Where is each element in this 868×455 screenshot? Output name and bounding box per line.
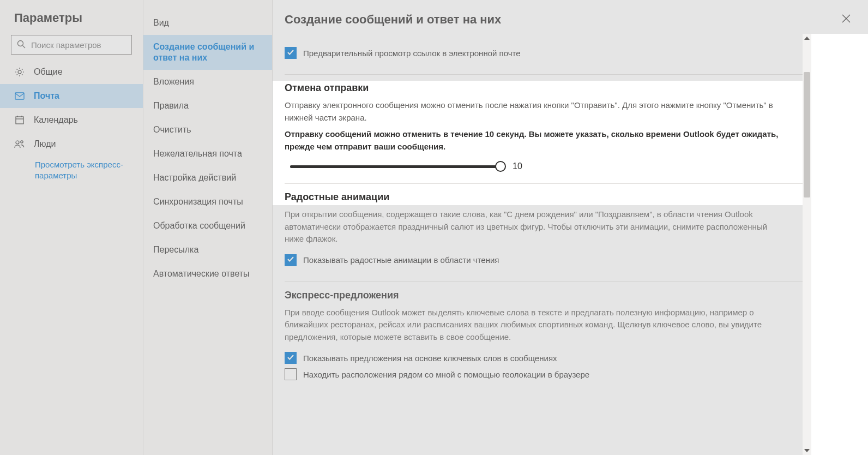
subnav-attachments[interactable]: Вложения: [143, 70, 272, 94]
subnav-layout[interactable]: Вид: [143, 11, 272, 35]
joyful-checkbox-label: Показывать радостные анимации в области …: [303, 255, 499, 265]
svg-point-8: [16, 141, 19, 144]
joyful-description: При открытии сообщения, содержащего таки…: [285, 208, 786, 246]
undo-send-title: Отмена отправки: [285, 82, 803, 94]
geolocation-checkbox[interactable]: [285, 368, 297, 380]
nav-mail[interactable]: Почта: [0, 84, 143, 108]
check-icon: [287, 354, 294, 363]
mail-icon: [14, 91, 25, 101]
svg-rect-3: [15, 93, 24, 99]
settings-detail-panel: Создание сообщений и ответ на них: [273, 0, 868, 455]
suggestions-description: При вводе сообщения Outlook может выделя…: [285, 307, 786, 344]
subnav-forwarding[interactable]: Пересылка: [143, 238, 272, 262]
subnav-customize-actions[interactable]: Настройка действий: [143, 166, 272, 190]
settings-search-box[interactable]: [11, 35, 132, 55]
geolocation-label: Находить расположения рядом со мной с по…: [303, 370, 589, 379]
subnav-compose-reply[interactable]: Создание сообщений и ответ на них: [143, 35, 272, 70]
subnav-sync[interactable]: Синхронизация почты: [143, 190, 272, 214]
joyful-animations-section: Радостные анимации При открытии сообщени…: [285, 184, 803, 282]
nav-label: Люди: [34, 139, 56, 149]
check-icon: [287, 255, 294, 265]
slider-thumb[interactable]: [495, 161, 506, 172]
undo-send-description: Отправку электронного сообщения можно от…: [285, 99, 786, 124]
link-preview-checkbox[interactable]: [285, 47, 297, 59]
nav-calendar[interactable]: Календарь: [0, 108, 143, 132]
nav-label: Общие: [34, 67, 63, 77]
undo-send-slider[interactable]: [290, 165, 501, 168]
view-quick-settings-link[interactable]: Просмотреть экспресс-параметры: [0, 156, 143, 181]
svg-point-2: [18, 70, 21, 74]
undo-send-bold-description: Отправку сообщений можно отменить в тече…: [285, 128, 786, 153]
keyword-suggestions-checkbox[interactable]: [285, 352, 297, 364]
search-input[interactable]: [31, 40, 126, 50]
page-title: Создание сообщений и ответ на них: [285, 13, 501, 27]
settings-content-scroll[interactable]: Предварительный просмотр ссылок в электр…: [273, 34, 868, 455]
settings-subcategory-panel: Вид Создание сообщений и ответ на них Вл…: [143, 0, 273, 455]
people-icon: [14, 139, 25, 149]
undo-send-value: 10: [513, 161, 522, 171]
calendar-icon: [14, 115, 25, 125]
nav-general[interactable]: Общие: [0, 60, 143, 84]
suggestions-section: Экспресс-предложения При вводе сообщения…: [285, 282, 803, 396]
search-icon: [17, 40, 26, 50]
nav-label: Почта: [34, 91, 59, 101]
subnav-junk[interactable]: Нежелательная почта: [143, 142, 272, 166]
subnav-message-handling[interactable]: Обработка сообщений: [143, 214, 272, 238]
nav-people[interactable]: Люди: [0, 132, 143, 156]
keyword-suggestions-label: Показывать предложения на основе ключевы…: [303, 354, 557, 363]
link-preview-label: Предварительный просмотр ссылок в электр…: [303, 49, 521, 58]
check-icon: [287, 49, 294, 58]
subnav-rules[interactable]: Правила: [143, 94, 272, 118]
settings-category-panel: Параметры Общие Почта Календарь Люди Про…: [0, 0, 143, 455]
svg-rect-4: [16, 117, 23, 124]
undo-send-section: Отмена отправки Отправку электронного со…: [285, 75, 803, 183]
suggestions-title: Экспресс-предложения: [285, 290, 803, 301]
joyful-title: Радостные анимации: [285, 191, 803, 203]
close-button[interactable]: [839, 11, 854, 28]
subnav-automatic-replies[interactable]: Автоматические ответы: [143, 262, 272, 286]
subnav-sweep[interactable]: Очистить: [143, 118, 272, 142]
close-icon: [842, 15, 851, 25]
svg-point-0: [18, 40, 23, 46]
joyful-checkbox[interactable]: [285, 254, 297, 266]
gear-icon: [14, 67, 25, 77]
svg-point-9: [21, 141, 23, 143]
settings-title: Параметры: [0, 0, 143, 35]
svg-line-1: [23, 45, 26, 48]
nav-label: Календарь: [34, 115, 78, 125]
